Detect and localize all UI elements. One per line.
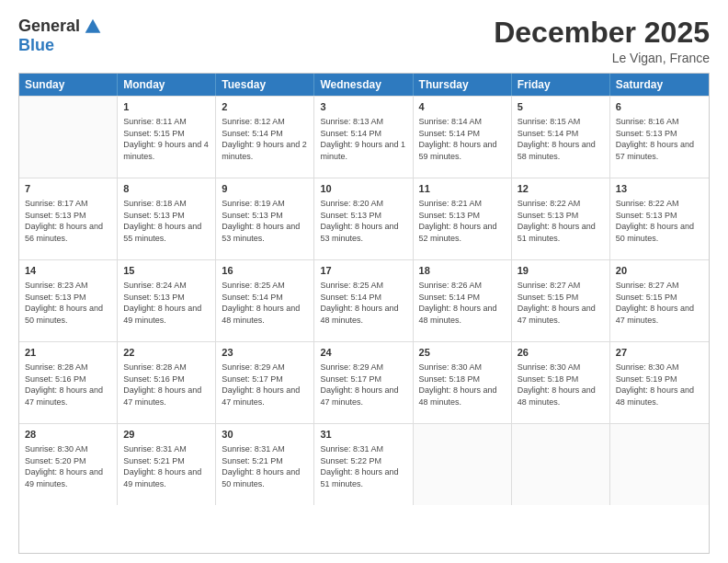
calendar-row: 7Sunrise: 8:17 AMSunset: 5:13 PMDaylight… [19,178,709,259]
cell-info: Sunrise: 8:21 AMSunset: 5:13 PMDaylight:… [419,198,506,244]
weekday-header: Saturday [610,74,709,96]
day-number: 20 [616,264,703,278]
calendar-cell: 1Sunrise: 8:11 AMSunset: 5:15 PMDaylight… [118,97,216,178]
cell-info: Sunrise: 8:18 AMSunset: 5:13 PMDaylight:… [123,198,210,244]
calendar-row: 1Sunrise: 8:11 AMSunset: 5:15 PMDaylight… [19,96,709,178]
cell-info: Sunrise: 8:22 AMSunset: 5:13 PMDaylight:… [616,198,703,244]
cell-info: Sunrise: 8:27 AMSunset: 5:15 PMDaylight:… [518,280,604,326]
cell-info: Sunrise: 8:28 AMSunset: 5:16 PMDaylight:… [123,362,210,408]
cell-info: Sunrise: 8:27 AMSunset: 5:15 PMDaylight:… [616,280,703,326]
day-number: 11 [419,182,506,196]
cell-info: Sunrise: 8:13 AMSunset: 5:14 PMDaylight:… [320,116,406,162]
calendar-cell [512,424,610,505]
cell-info: Sunrise: 8:30 AMSunset: 5:20 PMDaylight:… [25,443,111,489]
cell-info: Sunrise: 8:24 AMSunset: 5:13 PMDaylight:… [123,280,210,326]
logo: General Blue [18,17,102,55]
cell-info: Sunrise: 8:16 AMSunset: 5:13 PMDaylight:… [616,116,703,162]
day-number: 12 [518,182,604,196]
calendar-cell: 6Sunrise: 8:16 AMSunset: 5:13 PMDaylight… [610,97,709,178]
calendar-cell: 20Sunrise: 8:27 AMSunset: 5:15 PMDayligh… [610,260,709,341]
calendar-cell: 4Sunrise: 8:14 AMSunset: 5:14 PMDaylight… [414,97,512,178]
day-number: 9 [222,182,308,196]
day-number: 19 [518,264,604,278]
cell-info: Sunrise: 8:17 AMSunset: 5:13 PMDaylight:… [25,198,111,244]
logo-blue: Blue [18,36,54,55]
cell-info: Sunrise: 8:25 AMSunset: 5:14 PMDaylight:… [222,280,308,326]
calendar-cell: 31Sunrise: 8:31 AMSunset: 5:22 PMDayligh… [314,424,413,505]
month-title: December 2025 [494,17,710,49]
cell-info: Sunrise: 8:28 AMSunset: 5:16 PMDaylight:… [25,362,111,408]
calendar-cell: 8Sunrise: 8:18 AMSunset: 5:13 PMDaylight… [118,178,216,259]
calendar: SundayMondayTuesdayWednesdayThursdayFrid… [18,73,710,554]
cell-info: Sunrise: 8:19 AMSunset: 5:13 PMDaylight:… [222,198,308,244]
calendar-cell: 21Sunrise: 8:28 AMSunset: 5:16 PMDayligh… [19,342,118,423]
calendar-cell: 7Sunrise: 8:17 AMSunset: 5:13 PMDaylight… [19,178,118,259]
cell-info: Sunrise: 8:20 AMSunset: 5:13 PMDaylight:… [320,198,406,244]
calendar-cell: 3Sunrise: 8:13 AMSunset: 5:14 PMDaylight… [314,97,413,178]
weekday-header: Tuesday [216,74,314,96]
day-number: 1 [123,100,210,114]
calendar-cell: 23Sunrise: 8:29 AMSunset: 5:17 PMDayligh… [216,342,314,423]
day-number: 5 [518,100,604,114]
weekday-header: Wednesday [314,74,413,96]
cell-info: Sunrise: 8:25 AMSunset: 5:14 PMDaylight:… [320,280,406,326]
calendar-cell [414,424,512,505]
cell-info: Sunrise: 8:31 AMSunset: 5:21 PMDaylight:… [222,443,308,489]
day-number: 14 [25,264,111,278]
cell-info: Sunrise: 8:26 AMSunset: 5:14 PMDaylight:… [419,280,506,326]
day-number: 31 [320,428,406,442]
calendar-cell: 14Sunrise: 8:23 AMSunset: 5:13 PMDayligh… [19,260,118,341]
cell-info: Sunrise: 8:15 AMSunset: 5:14 PMDaylight:… [518,116,604,162]
calendar-row: 21Sunrise: 8:28 AMSunset: 5:16 PMDayligh… [19,341,709,423]
calendar-cell: 9Sunrise: 8:19 AMSunset: 5:13 PMDaylight… [216,178,314,259]
cell-info: Sunrise: 8:30 AMSunset: 5:18 PMDaylight:… [518,362,604,408]
calendar-cell: 12Sunrise: 8:22 AMSunset: 5:13 PMDayligh… [512,178,610,259]
calendar-cell: 25Sunrise: 8:30 AMSunset: 5:18 PMDayligh… [414,342,512,423]
calendar-cell: 30Sunrise: 8:31 AMSunset: 5:21 PMDayligh… [216,424,314,505]
day-number: 22 [123,346,210,360]
cell-info: Sunrise: 8:29 AMSunset: 5:17 PMDaylight:… [320,362,406,408]
cell-info: Sunrise: 8:11 AMSunset: 5:15 PMDaylight:… [123,116,210,162]
svg-marker-0 [85,18,101,32]
header: General Blue December 2025 Le Vigan, Fra… [18,17,710,65]
calendar-cell: 2Sunrise: 8:12 AMSunset: 5:14 PMDaylight… [216,97,314,178]
cell-info: Sunrise: 8:12 AMSunset: 5:14 PMDaylight:… [222,116,308,162]
calendar-cell: 22Sunrise: 8:28 AMSunset: 5:16 PMDayligh… [118,342,216,423]
calendar-row: 14Sunrise: 8:23 AMSunset: 5:13 PMDayligh… [19,259,709,341]
calendar-cell: 17Sunrise: 8:25 AMSunset: 5:14 PMDayligh… [314,260,413,341]
day-number: 29 [123,428,210,442]
calendar-cell: 26Sunrise: 8:30 AMSunset: 5:18 PMDayligh… [512,342,610,423]
day-number: 25 [419,346,506,360]
logo-general: General [18,17,80,36]
cell-info: Sunrise: 8:31 AMSunset: 5:22 PMDaylight:… [320,443,406,489]
calendar-header: SundayMondayTuesdayWednesdayThursdayFrid… [19,74,709,96]
location: Le Vigan, France [494,51,710,65]
cell-info: Sunrise: 8:23 AMSunset: 5:13 PMDaylight:… [25,280,111,326]
day-number: 2 [222,100,308,114]
calendar-cell [19,97,118,178]
calendar-cell: 28Sunrise: 8:30 AMSunset: 5:20 PMDayligh… [19,424,118,505]
logo-icon [84,17,102,36]
day-number: 8 [123,182,210,196]
day-number: 26 [518,346,604,360]
weekday-header: Sunday [19,74,118,96]
day-number: 21 [25,346,111,360]
calendar-cell: 16Sunrise: 8:25 AMSunset: 5:14 PMDayligh… [216,260,314,341]
page: General Blue December 2025 Le Vigan, Fra… [0,0,728,563]
calendar-cell: 13Sunrise: 8:22 AMSunset: 5:13 PMDayligh… [610,178,709,259]
day-number: 13 [616,182,703,196]
cell-info: Sunrise: 8:30 AMSunset: 5:18 PMDaylight:… [419,362,506,408]
cell-info: Sunrise: 8:29 AMSunset: 5:17 PMDaylight:… [222,362,308,408]
day-number: 10 [320,182,406,196]
day-number: 4 [419,100,506,114]
day-number: 7 [25,182,111,196]
calendar-cell: 19Sunrise: 8:27 AMSunset: 5:15 PMDayligh… [512,260,610,341]
calendar-cell: 29Sunrise: 8:31 AMSunset: 5:21 PMDayligh… [118,424,216,505]
calendar-cell [610,424,709,505]
cell-info: Sunrise: 8:31 AMSunset: 5:21 PMDaylight:… [123,443,210,489]
weekday-header: Thursday [414,74,512,96]
weekday-header: Monday [118,74,216,96]
calendar-cell: 15Sunrise: 8:24 AMSunset: 5:13 PMDayligh… [118,260,216,341]
calendar-cell: 5Sunrise: 8:15 AMSunset: 5:14 PMDaylight… [512,97,610,178]
calendar-cell: 24Sunrise: 8:29 AMSunset: 5:17 PMDayligh… [314,342,413,423]
